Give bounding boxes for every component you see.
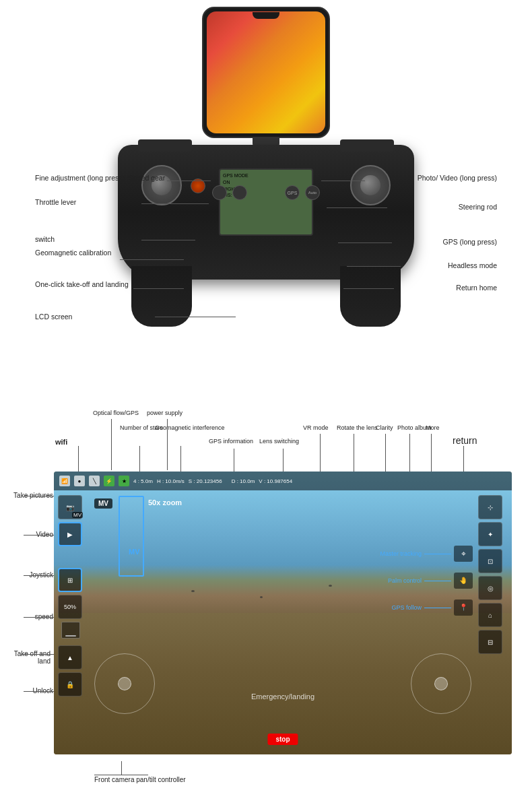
boat-2: [260, 596, 263, 598]
ann-vr-mode: VR mode: [303, 424, 329, 431]
annotation-gps-long: GPS (long press): [442, 237, 497, 247]
speed-pct-label: 50%: [64, 604, 76, 610]
gps-follow-label: GPS follow 📍: [391, 599, 473, 616]
toolbar-unlock-btn[interactable]: 🔒: [58, 672, 82, 696]
toolbar-joystick-btn[interactable]: ⊞: [58, 568, 82, 592]
ann-line-return: [343, 288, 394, 289]
app-screen: 📶 ● ╲ ⚡ ★ 4 : 5.0m H : 10.0m/s S : 20.12…: [54, 472, 512, 754]
surround-icon: ◎: [488, 585, 494, 592]
joystick-right-dot: [434, 677, 448, 690]
ann-pan-tilt: Front camera pan/tilt controller: [94, 776, 186, 783]
toolbar-takeoff-btn[interactable]: ▲: [58, 645, 82, 670]
toolbar-camera-btn[interactable]: 📷 MV: [58, 495, 82, 519]
app-joystick-left[interactable]: [94, 653, 155, 714]
boat-3: [329, 585, 332, 587]
status-v: V : 10.987654: [259, 478, 292, 484]
star-icon: ★: [119, 476, 129, 486]
line-joystick: [24, 575, 57, 576]
annotation-fine-adjustment: Fine adjustment (long press) /Speed gear: [35, 173, 165, 183]
grip-right: [340, 266, 401, 327]
phone-screen: [207, 11, 325, 133]
ann-line-geo: [120, 259, 184, 260]
wifi-icon: 📶: [59, 476, 70, 486]
master-tracking-text: Master tracking: [380, 550, 422, 557]
conn-geo: [180, 446, 181, 472]
toolbar-speed-btn[interactable]: 50%: [58, 595, 82, 619]
battery-icon: ⚡: [104, 476, 114, 486]
ann-take-pictures: Take pictures: [9, 492, 53, 499]
ann-wifi: wifi: [55, 438, 67, 446]
ann-unlock: Unlock: [9, 687, 53, 694]
toolbar-follow-btn[interactable]: ⊡: [478, 549, 502, 573]
master-icon: ⌖: [454, 546, 473, 562]
toolbar-return-home-btn[interactable]: ⌂: [478, 603, 502, 627]
lcd-row-1: GPS MODE: [223, 172, 309, 179]
conn-lens: [283, 449, 284, 472]
btn-gps[interactable]: GPS: [285, 185, 300, 200]
conn-vr: [320, 434, 321, 472]
tracking-line-palm: [424, 581, 451, 581]
palm-control-label: Palm control 🤚: [388, 573, 473, 589]
btn-circle-1[interactable]: [212, 185, 227, 200]
ann-speed: speed: [9, 613, 53, 620]
stop-button[interactable]: stop: [267, 734, 298, 745]
annotation-return-home-ctrl: Return home: [456, 283, 497, 293]
joystick-left[interactable]: [141, 165, 182, 205]
speed-slider[interactable]: [61, 622, 80, 639]
line-takeoff: [21, 654, 55, 655]
mv-main-badge: MV: [94, 498, 112, 509]
speed-slider-handle: [65, 635, 76, 637]
line-speed: [24, 617, 57, 618]
shoulder-btn-right[interactable]: [340, 139, 394, 152]
lock-icon: 🔒: [66, 681, 74, 688]
app-right-toolbar: ⊹ ✦ ⊡ ◎ ⌂ ⊟: [478, 495, 508, 731]
btn-auto[interactable]: Auto: [305, 185, 320, 200]
btn-circle-2[interactable]: [232, 185, 247, 200]
toolbar-point-flight-btn[interactable]: ✦: [478, 522, 502, 546]
ann-line-oneclick: [133, 288, 184, 289]
conn-hd: [385, 434, 386, 472]
return-home-icon: ⌂: [488, 612, 492, 619]
track-nav-icon: ⊹: [488, 504, 493, 511]
toolbar-track-nav-btn[interactable]: ⊹: [478, 495, 502, 519]
joystick-right[interactable]: [350, 165, 391, 205]
ann-clarity: Clarity: [376, 424, 393, 431]
status-dist-a: 4 : 5.0m: [133, 478, 153, 484]
grip-left: [131, 266, 192, 327]
ann-takeoff-land: Take off and land: [7, 650, 51, 665]
right-buttons-group: GPS Auto: [285, 185, 320, 200]
ann-line-photo: [321, 181, 365, 181]
line-unlock: [24, 691, 57, 692]
annotation-headless: Headless mode: [448, 261, 497, 271]
ann-line-gps: [338, 242, 392, 243]
emergency-landing-text: Emergency/landing: [251, 692, 314, 701]
lcd-gps-label: GPS MODE: [223, 172, 248, 179]
ann-gps-info: GPS information: [209, 438, 253, 445]
ann-optical-gps: Optical flow/GPS: [93, 410, 139, 416]
app-screen-container: Take pictures Video Joystick speed Take …: [0, 472, 532, 795]
gps-icon-text: 📍: [454, 599, 473, 616]
toolbar-surround-btn[interactable]: ◎: [478, 576, 502, 600]
mv-selected-box: [119, 496, 144, 577]
phone-notch: [253, 12, 279, 19]
annotation-photo-video: Photo/ Video (long press): [418, 173, 497, 183]
app-status-bar: 📶 ● ╲ ⚡ ★ 4 : 5.0m H : 10.0m/s S : 20.12…: [54, 472, 512, 490]
conn-pan-tilt-h: [94, 775, 148, 775]
zoom-label: 50x zoom: [148, 498, 182, 507]
ann-line-steering: [327, 207, 387, 208]
joystick-left-dot: [118, 677, 131, 690]
app-section: wifi Optical flow/GPS power supply Numbe…: [0, 391, 532, 795]
shoulder-btn-left[interactable]: [138, 139, 192, 152]
ann-line-lcd: [155, 317, 236, 317]
toolbar-switch-map-btn[interactable]: ⊟: [478, 630, 502, 654]
toolbar-video-btn[interactable]: ▶: [58, 522, 82, 546]
app-left-toolbar: 📷 MV ▶ MV ⊞ 50%: [58, 495, 88, 731]
ann-line-switch: [141, 240, 195, 240]
takeoff-icon: ▲: [67, 654, 73, 661]
conn-power: [167, 419, 168, 470]
controller-section: GPS MODE ON HIGH 2 DIS: 0: [0, 0, 532, 391]
tracking-line-master: [424, 554, 451, 554]
master-tracking-label: Master tracking ⌖: [380, 546, 473, 562]
left-buttons-group: [212, 185, 247, 200]
app-joystick-right[interactable]: [411, 653, 471, 714]
